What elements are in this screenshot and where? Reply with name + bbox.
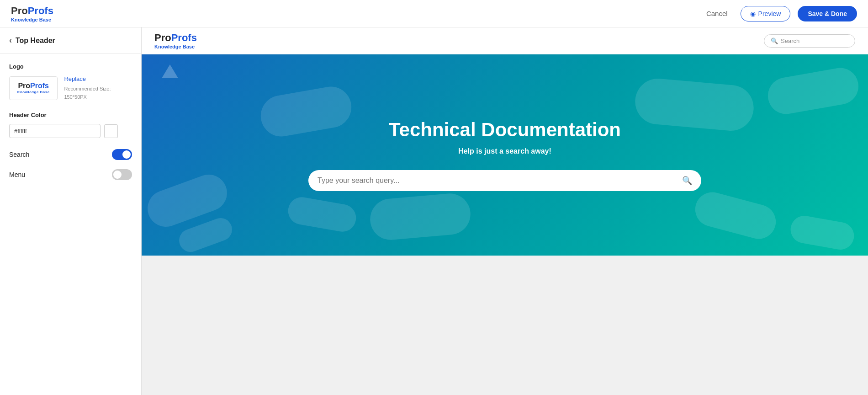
sidebar-body: Logo ProProfs Knowledge Base Replace Rec… [0, 54, 141, 198]
menu-toggle-row: Menu [9, 169, 132, 180]
hero-blob-5 [368, 192, 472, 242]
sidebar: ‹ Top Header Logo ProProfs Knowledge Bas… [0, 27, 142, 395]
hero-subtitle: Help is just a search away! [160, 147, 850, 155]
logo-row: ProProfs Knowledge Base Replace Recommen… [9, 75, 132, 101]
main-layout: ‹ Top Header Logo ProProfs Knowledge Bas… [0, 27, 868, 395]
sidebar-title: Top Header [16, 37, 55, 45]
preview-logo-pro: Pro [154, 32, 171, 43]
search-toggle-label: Search [9, 151, 29, 158]
logo-preview-pro: Pro [18, 82, 30, 90]
hero-title: Technical Documentation [160, 119, 850, 141]
menu-toggle-label: Menu [9, 171, 25, 178]
header-color-input[interactable] [9, 124, 101, 138]
menu-toggle[interactable] [112, 169, 132, 180]
hero-blob-4 [286, 195, 358, 234]
hero-blob-8 [765, 65, 862, 117]
logo-profs-text: Profs [28, 5, 53, 16]
search-toggle-row: Search [9, 149, 132, 160]
hero-content: Technical Documentation Help is just a s… [160, 119, 850, 191]
hero-blob-9 [789, 214, 856, 251]
logo-preview-box: ProProfs Knowledge Base [9, 76, 58, 100]
logo-preview-sub: Knowledge Base [17, 90, 50, 94]
replace-logo-link[interactable]: Replace [64, 75, 132, 82]
preview-search-text: Search [781, 37, 799, 44]
color-input-row [9, 124, 132, 138]
preview-top-header: ProProfs Knowledge Base 🔍 Search [142, 27, 868, 54]
preview-search-box[interactable]: 🔍 Search [764, 34, 855, 48]
logo-pro-text: Pro [11, 5, 28, 16]
app-logo: ProProfs Knowledge Base [11, 5, 53, 22]
nav-actions: Cancel ◉ Preview Save & Done [701, 6, 857, 21]
hero-banner: Technical Documentation Help is just a s… [142, 54, 868, 256]
hero-search-bar[interactable]: 🔍 [308, 170, 701, 191]
cancel-button[interactable]: Cancel [701, 6, 733, 21]
hero-search-input[interactable] [318, 176, 677, 185]
search-toggle[interactable] [112, 149, 132, 160]
header-color-label: Header Color [9, 112, 132, 118]
search-slider [112, 149, 132, 160]
sidebar-header[interactable]: ‹ Top Header [0, 27, 141, 54]
color-swatch[interactable] [104, 124, 118, 138]
search-icon: 🔍 [771, 37, 778, 44]
logo-section-label: Logo [9, 63, 132, 70]
logo-subtitle: Knowledge Base [11, 17, 53, 22]
rec-size-text: Recommended Size: 150*50PX [64, 86, 111, 100]
logo-replace-col: Replace Recommended Size: 150*50PX [64, 75, 132, 101]
preview-button[interactable]: ◉ Preview [741, 6, 791, 21]
eye-icon: ◉ [750, 10, 756, 17]
preview-logo-profs: Profs [171, 32, 197, 43]
preview-logo-sub: Knowledge Base [154, 44, 197, 49]
preview-label: Preview [758, 10, 781, 17]
hero-blob-7 [691, 188, 779, 243]
logo-preview-profs: Profs [30, 82, 49, 90]
hero-search-button[interactable]: 🔍 [682, 176, 692, 186]
top-nav: ProProfs Knowledge Base Cancel ◉ Preview… [0, 0, 868, 27]
back-arrow-icon: ‹ [9, 36, 12, 45]
hero-triangle-decoration [162, 64, 178, 78]
save-done-button[interactable]: Save & Done [798, 6, 857, 21]
preview-logo: ProProfs Knowledge Base [154, 32, 197, 49]
header-color-section: Header Color [9, 112, 132, 138]
menu-slider [112, 169, 132, 180]
hero-blob-2 [176, 215, 235, 255]
preview-area: ProProfs Knowledge Base 🔍 Search [142, 27, 868, 395]
